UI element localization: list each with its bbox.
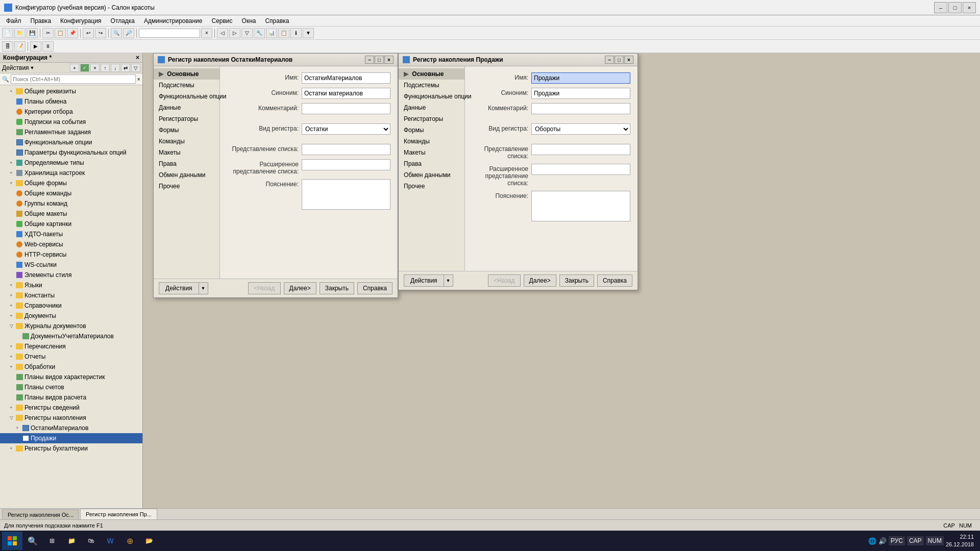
dialog2-nav-commands[interactable]: Команды <box>399 136 464 147</box>
tree-item-accum-registers[interactable]: ▽ Регистры накопления <box>0 413 142 423</box>
dialog1-close-btn[interactable]: × <box>384 56 394 64</box>
dialog1-nav-data[interactable]: Данные <box>154 102 219 113</box>
tree-item-exchange-plans[interactable]: Планы обмена <box>0 96 142 107</box>
tree-item-xdto[interactable]: ХДТО-пакеты <box>0 229 142 239</box>
sidebar-close-icon[interactable]: × <box>136 54 139 61</box>
dialog1-name-input[interactable] <box>302 72 390 84</box>
dialog1-reg-type-select-wrapper[interactable]: Остатки Обороты <box>302 123 390 135</box>
tree-item-common-cmds[interactable]: Общие команды <box>0 188 142 198</box>
taskbar-task-view-btn[interactable]: ⊞ <box>43 532 61 550</box>
dialog1-next-btn[interactable]: Далее> <box>284 282 316 294</box>
tb-btn-g[interactable]: ℹ <box>290 28 302 38</box>
menu-help[interactable]: Справка <box>261 16 293 26</box>
tab-materials-register[interactable]: Регистр накопления Ос... <box>2 509 79 519</box>
sidebar-search-input[interactable] <box>11 74 136 84</box>
dialog1-note-input[interactable] <box>302 179 390 210</box>
sidebar-up-btn[interactable]: ↑ <box>101 64 110 72</box>
tree-item-doc-materials[interactable]: ДокументыУчетаМатериалов <box>0 331 142 341</box>
dialog1-list-view-input[interactable] <box>302 144 390 155</box>
tree-item-documents[interactable]: + Документы <box>0 311 142 321</box>
dialog2-close-footer-btn[interactable]: Закрыть <box>559 274 594 287</box>
tray-network-icon[interactable]: 🌐 <box>868 537 876 545</box>
tb-btn-c[interactable]: ▽ <box>241 28 253 38</box>
dialog1-nav-commands[interactable]: Команды <box>154 136 219 147</box>
dialog2-nav-rights[interactable]: Права <box>399 158 464 169</box>
dialog2-synonym-input[interactable] <box>531 88 630 99</box>
start-button[interactable] <box>2 532 22 550</box>
tb2-btn-c[interactable]: ▶ <box>30 41 41 52</box>
taskbar-chrome-btn[interactable]: ⊕ <box>120 532 139 550</box>
dialog1-close-footer-btn[interactable]: Закрыть <box>320 282 354 294</box>
tree-item-ws-links[interactable]: WS-ссылки <box>0 260 142 270</box>
dialog2-help-btn[interactable]: Справка <box>597 274 632 287</box>
dialog2-nav-exchange[interactable]: Обмен данными <box>399 169 464 181</box>
dialog2-nav-layouts[interactable]: Макеты <box>399 147 464 158</box>
dialog1-nav-forms[interactable]: Формы <box>154 124 219 136</box>
tree-item-enums[interactable]: + Перечисления <box>0 341 142 352</box>
search-clear-icon[interactable]: × <box>137 76 140 82</box>
tree-item-common-images[interactable]: Общие картинки <box>0 219 142 229</box>
clear-search-btn[interactable]: × <box>201 28 212 38</box>
dialog2-maximize-btn[interactable]: □ <box>615 56 624 64</box>
tree-item-func-params[interactable]: Параметры функциональных опций <box>0 147 142 158</box>
dialog2-minimize-btn[interactable]: – <box>605 56 614 64</box>
dialog2-nav-other[interactable]: Прочее <box>399 181 464 192</box>
sidebar-move-btn[interactable]: ⇄ <box>121 64 130 72</box>
tb2-btn-a[interactable]: 🗄 <box>2 41 13 52</box>
dialog1-nav-main[interactable]: ▶ Основные <box>154 68 219 80</box>
dialog2-reg-type-select[interactable]: Остатки Обороты <box>532 124 630 134</box>
tb-btn-h[interactable]: ▼ <box>303 28 314 38</box>
dialog1-nav-rights[interactable]: Права <box>154 158 219 169</box>
maximize-button[interactable]: □ <box>948 2 962 13</box>
paste-btn[interactable]: 📌 <box>67 28 78 38</box>
taskbar-file-explorer-btn[interactable]: 📁 <box>62 532 81 550</box>
menu-edit[interactable]: Правка <box>27 16 56 26</box>
copy-btn[interactable]: 📋 <box>55 28 66 38</box>
dialog1-minimize-btn[interactable]: – <box>365 56 374 64</box>
dialog2-name-input[interactable] <box>531 72 630 84</box>
dialog1-reg-type-select[interactable]: Остатки Обороты <box>302 124 390 134</box>
tab-sales-register[interactable]: Регистр накопления Пр... <box>80 509 157 519</box>
find-btn[interactable]: 🔎 <box>123 28 134 38</box>
menu-debug[interactable]: Отладка <box>107 16 139 26</box>
tree-item-http-services[interactable]: HTTP-сервисы <box>0 249 142 260</box>
tree-item-catalogs[interactable]: + Справочники <box>0 300 142 311</box>
tray-lang[interactable]: РУС <box>889 536 905 545</box>
tree-item-scheduled-jobs[interactable]: Регламентные задания <box>0 127 142 137</box>
sidebar-add-btn[interactable]: + <box>70 64 79 72</box>
dialog2-note-input[interactable] <box>531 191 630 221</box>
dialog1-maximize-btn[interactable]: □ <box>375 56 384 64</box>
tree-item-common-forms[interactable]: + Общие формы <box>0 178 142 188</box>
sidebar-down-btn[interactable]: ↓ <box>111 64 120 72</box>
tree-item-general-attrs[interactable]: + Общие реквизиты <box>0 86 142 96</box>
sidebar-filter-btn[interactable]: ▽ <box>131 64 140 72</box>
dialog2-close-btn[interactable]: × <box>624 56 633 64</box>
tree-item-style-elements[interactable]: Элементы стиля <box>0 270 142 280</box>
tray-volume-icon[interactable]: 🔊 <box>878 537 887 545</box>
menu-windows[interactable]: Окна <box>238 16 260 26</box>
save-btn[interactable]: 💾 <box>27 28 38 38</box>
sidebar-green-btn[interactable]: ✓ <box>80 64 89 72</box>
dialog1-nav-subsystems[interactable]: Подсистемы <box>154 80 219 91</box>
tree-item-doc-journals[interactable]: ▽ Журналы документов <box>0 321 142 331</box>
actions-arrow[interactable]: ▼ <box>30 65 35 70</box>
tree-item-cmd-groups[interactable]: Группы команд <box>0 198 142 209</box>
tree-item-constants[interactable]: + Константы <box>0 290 142 300</box>
close-window-button[interactable]: × <box>963 2 976 13</box>
tree-item-materials-register[interactable]: + ОстаткиМатериалов <box>0 423 142 433</box>
dialog1-back-btn[interactable]: <Назад <box>248 282 280 294</box>
dialog1-actions-main-btn[interactable]: Действия <box>159 282 199 294</box>
taskbar-folder-btn[interactable]: 📂 <box>140 532 158 550</box>
tb2-btn-d[interactable]: ⏸ <box>42 41 54 52</box>
tb-btn-d[interactable]: 🔧 <box>254 28 265 38</box>
dialog2-comment-input[interactable] <box>531 103 630 114</box>
tb-btn-e[interactable]: 📊 <box>266 28 277 38</box>
menu-file[interactable]: Файл <box>2 16 26 26</box>
dialog2-actions-main-btn[interactable]: Действия <box>404 274 444 287</box>
tree-item-subscriptions[interactable]: Подписки на события <box>0 117 142 127</box>
dialog1-nav-registrars[interactable]: Регистраторы <box>154 113 219 124</box>
tree-item-selection[interactable]: Критерии отбора <box>0 107 142 117</box>
dialog2-list-view-input[interactable] <box>531 144 630 155</box>
dialog2-ext-list-view-input[interactable] <box>531 164 630 175</box>
system-clock[interactable]: 22:11 26.12.2018 <box>946 533 974 549</box>
